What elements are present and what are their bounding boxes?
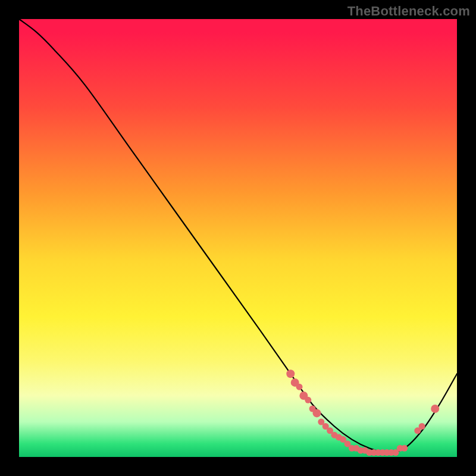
plot-area (19, 19, 457, 457)
bottleneck-curve (19, 19, 457, 453)
highlight-point (286, 369, 295, 378)
chart-stage: TheBottleneck.com (0, 0, 476, 476)
highlight-point (313, 409, 321, 417)
highlight-point (401, 445, 408, 452)
highlight-markers (286, 369, 439, 456)
curve-svg (19, 19, 457, 457)
highlight-point (431, 405, 439, 413)
highlight-point (296, 384, 303, 390)
watermark-text: TheBottleneck.com (347, 4, 470, 19)
highlight-point (305, 397, 311, 403)
highlight-point (419, 423, 425, 430)
